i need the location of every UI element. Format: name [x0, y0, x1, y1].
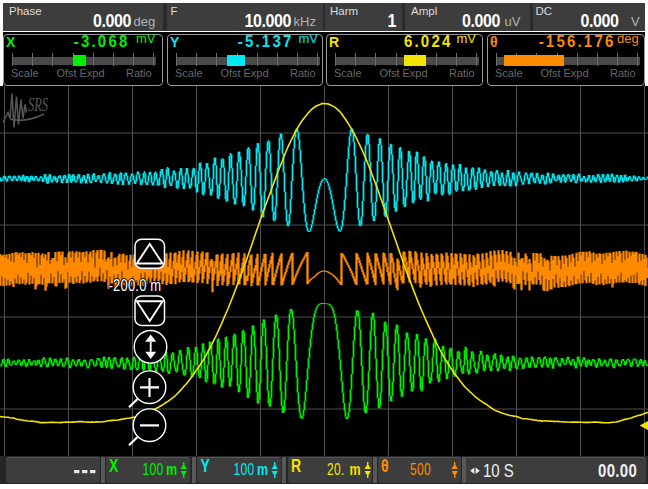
svg-text:SRS: SRS	[28, 93, 48, 114]
